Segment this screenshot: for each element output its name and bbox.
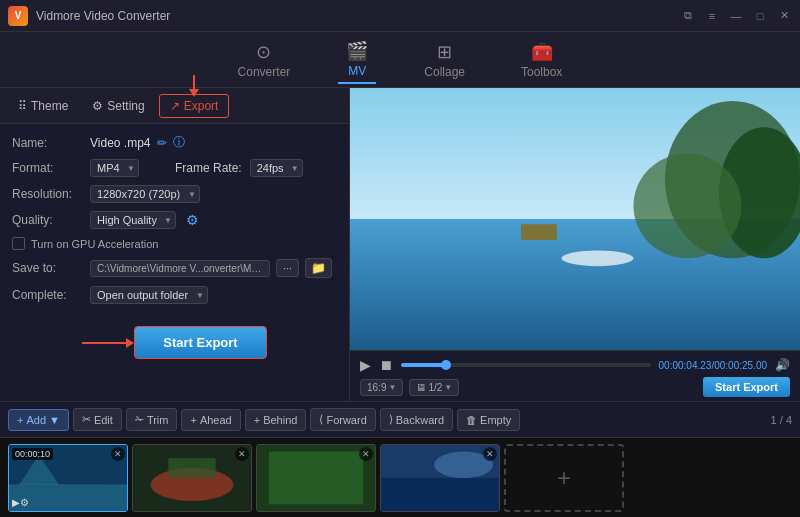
stop-btn[interactable]: ⏹ [379, 357, 393, 373]
ahead-button[interactable]: + Ahead [181, 409, 240, 431]
gpu-row: Turn on GPU Acceleration [12, 237, 337, 250]
add-button[interactable]: + Add ▼ [8, 409, 69, 431]
forward-label: Forward [326, 414, 366, 426]
start-export-button[interactable]: Start Export [134, 326, 266, 359]
export-arrow [189, 75, 199, 97]
add-dropdown-icon: ▼ [49, 414, 60, 426]
resolution-label: Resolution: [12, 187, 84, 201]
behind-button[interactable]: + Behind [245, 409, 307, 431]
film-item-3[interactable]: ✕ [256, 444, 376, 512]
progress-thumb[interactable] [441, 360, 451, 370]
gpu-checkbox[interactable] [12, 237, 25, 250]
start-export-btn-small[interactable]: Start Export [703, 377, 790, 397]
progress-fill [401, 363, 446, 367]
tab-collage[interactable]: ⊞ Collage [416, 37, 473, 83]
svg-point-7 [562, 250, 634, 266]
film-close-2[interactable]: ✕ [235, 447, 249, 461]
framerate-label: Frame Rate: [175, 161, 242, 175]
resolution-select-wrap[interactable]: 1280x720 (720p) [90, 185, 200, 203]
svg-rect-15 [269, 451, 363, 504]
progress-row: ▶ ⏹ 00:00:04.23/00:00:25.00 🔊 [360, 357, 790, 373]
app-title: Vidmore Video Converter [36, 9, 680, 23]
video-controls: ▶ ⏹ 00:00:04.23/00:00:25.00 🔊 16:9 ▼ [350, 350, 800, 401]
quality-gear-icon[interactable]: ⚙ [186, 212, 199, 228]
empty-button[interactable]: 🗑 Empty [457, 409, 520, 431]
film-close-3[interactable]: ✕ [359, 447, 373, 461]
backward-button[interactable]: ⟩ Backward [380, 408, 453, 431]
scale-dropdown-icon: ▼ [444, 383, 452, 392]
theme-btn[interactable]: ⠿ Theme [8, 95, 78, 117]
svg-point-4 [634, 154, 742, 259]
filmstrip: 00:00:10 ✕ ▶⚙ ✕ ✕ [0, 437, 800, 517]
edit-label: Edit [94, 414, 113, 426]
save-path: C:\Vidmore\Vidmore V...onverter\MV Expor… [90, 260, 270, 277]
tab-toolbox[interactable]: 🧰 Toolbox [513, 37, 570, 83]
film-item-4[interactable]: ✕ [380, 444, 500, 512]
quality-select-wrap[interactable]: High Quality [90, 211, 176, 229]
svg-rect-13 [168, 458, 215, 478]
ratio-btn[interactable]: 16:9 ▼ [360, 379, 403, 396]
converter-icon: ⊙ [256, 41, 271, 63]
film-item-2[interactable]: ✕ [132, 444, 252, 512]
export-settings: Name: Video .mp4 ✏ ⓘ Format: MP4 Frame R… [0, 124, 349, 401]
monitor-icon: 🖥 [416, 382, 426, 393]
complete-row: Complete: Open output folder [12, 286, 337, 304]
title-bar: V Vidmore Video Converter ⧉ ≡ — □ ✕ [0, 0, 800, 32]
format-select[interactable]: MP4 [90, 159, 139, 177]
toolbox-icon: 🧰 [531, 41, 553, 63]
scale-btn[interactable]: 🖥 1/2 ▼ [409, 379, 459, 396]
video-background [350, 88, 800, 350]
film-close-4[interactable]: ✕ [483, 447, 497, 461]
sub-nav: ⠿ Theme ⚙ Setting ↗ Export [0, 88, 349, 124]
setting-btn[interactable]: ⚙ Setting [82, 95, 154, 117]
format-select-wrap[interactable]: MP4 [90, 159, 139, 177]
window-thumbnail-btn[interactable]: ⧉ [680, 8, 696, 24]
film-play-1[interactable]: ▶⚙ [12, 497, 29, 508]
film-thumb-3 [257, 445, 375, 511]
app-logo: V [8, 6, 28, 26]
resolution-select[interactable]: 1280x720 (720p) [90, 185, 200, 203]
info-icon[interactable]: ⓘ [173, 134, 185, 151]
play-btn[interactable]: ▶ [360, 357, 371, 373]
tab-mv[interactable]: 🎬 MV [338, 36, 376, 84]
edit-button[interactable]: ✂ Edit [73, 408, 122, 431]
left-panel: ⠿ Theme ⚙ Setting ↗ Export Name: Video [0, 88, 350, 401]
nav-tabs: ⊙ Converter 🎬 MV ⊞ Collage 🧰 Toolbox [0, 32, 800, 88]
trim-button[interactable]: ✁ Trim [126, 408, 178, 431]
film-close-1[interactable]: ✕ [111, 447, 125, 461]
quality-row: Quality: High Quality ⚙ [12, 211, 337, 229]
time-display: 00:00:04.23/00:00:25.00 [659, 360, 767, 371]
folder-btn[interactable]: 📁 [305, 258, 332, 278]
window-maximize-btn[interactable]: □ [752, 8, 768, 24]
browse-dots-btn[interactable]: ··· [276, 259, 299, 277]
film-item-1[interactable]: 00:00:10 ✕ ▶⚙ [8, 444, 128, 512]
framerate-select-wrap[interactable]: 24fps [250, 159, 303, 177]
complete-select-wrap[interactable]: Open output folder [90, 286, 208, 304]
quality-select[interactable]: High Quality [90, 211, 176, 229]
collage-icon: ⊞ [437, 41, 452, 63]
volume-icon[interactable]: 🔊 [775, 358, 790, 372]
export-btn[interactable]: ↗ Export [159, 94, 230, 118]
ahead-label: Ahead [200, 414, 232, 426]
main-content: ⠿ Theme ⚙ Setting ↗ Export Name: Video [0, 88, 800, 401]
export-label: Export [184, 99, 219, 113]
name-label: Name: [12, 136, 84, 150]
complete-select[interactable]: Open output folder [90, 286, 208, 304]
framerate-select[interactable]: 24fps [250, 159, 303, 177]
complete-label: Complete: [12, 288, 84, 302]
window-menu-btn[interactable]: ≡ [704, 8, 720, 24]
format-label: Format: [12, 161, 84, 175]
start-export-arrow [82, 338, 134, 348]
saveto-label: Save to: [12, 261, 84, 275]
film-add-button[interactable]: + [504, 444, 624, 512]
window-close-btn[interactable]: ✕ [776, 8, 792, 24]
forward-button[interactable]: ⟨ Forward [310, 408, 375, 431]
film-thumb-2 [133, 445, 251, 511]
tab-converter[interactable]: ⊙ Converter [230, 37, 299, 83]
name-row: Name: Video .mp4 ✏ ⓘ [12, 134, 337, 151]
page-indicator: 1 / 4 [771, 414, 792, 426]
edit-icon[interactable]: ✏ [157, 136, 167, 150]
window-minimize-btn[interactable]: — [728, 8, 744, 24]
name-value: Video .mp4 [90, 136, 151, 150]
progress-bar[interactable] [401, 363, 651, 367]
